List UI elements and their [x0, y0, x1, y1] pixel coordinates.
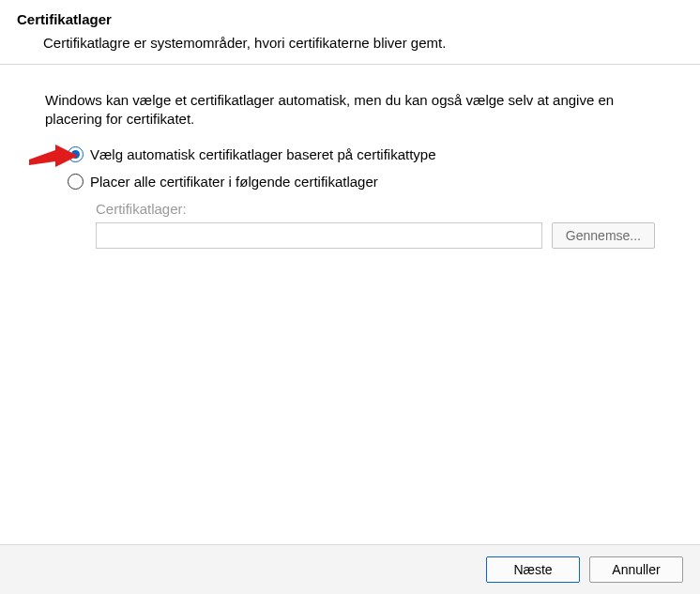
wizard-footer: Næste Annuller [0, 544, 700, 594]
radio-manual-store[interactable]: Placer alle certifikater i følgende cert… [68, 174, 655, 190]
radio-unselected-icon [68, 174, 84, 190]
page-subtitle: Certifikatlagre er systemområder, hvori … [43, 35, 683, 51]
store-field-label: Certifikatlager: [96, 201, 655, 217]
radio-auto-store[interactable]: Vælg automatisk certifikatlager baseret … [68, 146, 655, 162]
instruction-text: Windows kan vælge et certifikatlager aut… [45, 91, 655, 129]
radio-selected-icon [68, 146, 84, 162]
certificate-store-input [96, 222, 542, 249]
next-button[interactable]: Næste [486, 556, 580, 583]
page-title: Certifikatlager [17, 11, 683, 27]
browse-button: Gennemse... [552, 222, 655, 249]
radio-manual-label: Placer alle certifikater i følgende cert… [90, 174, 378, 190]
radio-auto-label: Vælg automatisk certifikatlager baseret … [90, 146, 436, 162]
cancel-button[interactable]: Annuller [589, 556, 683, 583]
